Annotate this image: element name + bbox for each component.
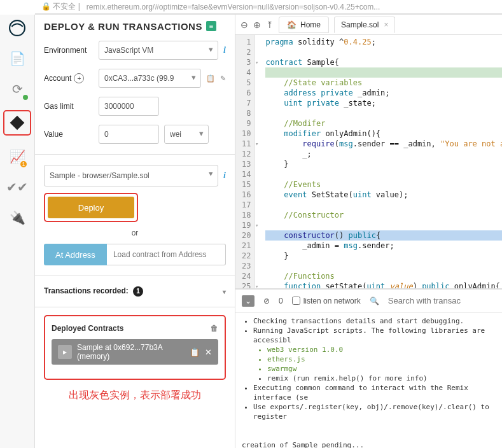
terminal-search-input[interactable]: [388, 296, 496, 305]
or-text: or: [44, 228, 226, 237]
collapse-icon[interactable]: ⌄: [242, 295, 254, 307]
environment-select[interactable]: JavaScript VM: [99, 41, 218, 60]
deploy-panel: DEPLOY & RUN TRANSACTIONS≡ Environment J…: [35, 15, 235, 448]
gas-limit-input[interactable]: [99, 97, 159, 116]
unit-select[interactable]: wei: [164, 125, 209, 144]
at-address-button[interactable]: At Address: [44, 244, 107, 265]
deployed-contract-row: ▸ Sample at 0x692...77b3A (memory) 📋 ✕: [52, 339, 218, 365]
svg-point-0: [10, 20, 25, 36]
transactions-row[interactable]: Transactions recorded: 1 ▾: [44, 286, 226, 297]
value-input[interactable]: [99, 125, 159, 144]
pending-count: 0: [279, 297, 283, 305]
deploy-run-icon[interactable]: [3, 110, 31, 136]
code-editor: ⊖ ⊕ ⤒ 🏠Home Sample.sol× 123▾4567891011▾1…: [235, 15, 502, 289]
icon-sidebar: 📄 ⟳ 📈1 ✔✔ 🔌: [0, 15, 35, 448]
chevron-down-icon[interactable]: ▾: [223, 288, 226, 295]
deploy-button[interactable]: Deploy: [48, 197, 134, 218]
debugger-icon[interactable]: ✔✔: [8, 178, 27, 197]
file-tab[interactable]: Sample.sol×: [334, 17, 395, 33]
trx-count-badge: 1: [133, 286, 143, 297]
value-label: Value: [44, 130, 94, 139]
contract-select[interactable]: Sample - browser/Sample.sol: [44, 165, 218, 186]
deployed-label: Deployed Contracts: [52, 324, 123, 333]
info-icon[interactable]: i: [223, 45, 226, 55]
line-gutter: 123▾4567891011▾1213141516171819▾20212223…: [235, 35, 255, 288]
analysis-icon[interactable]: 📈1: [8, 147, 27, 166]
address-bar: 🔒 不安全 | remix.ethereum.org/#optimize=fal…: [35, 0, 502, 15]
gas-limit-label: Gas limit: [44, 102, 94, 111]
account-select[interactable]: 0xCA3...a733c (99.9: [99, 69, 201, 88]
panel-badge-icon: ≡: [206, 21, 216, 31]
contract-name: Sample at 0x692...77b3A (memory): [77, 343, 185, 361]
environment-label: Environment: [44, 46, 94, 55]
home-tab[interactable]: 🏠Home: [279, 17, 329, 33]
home-icon: 🏠: [287, 20, 296, 29]
upload-icon[interactable]: ⤒: [266, 20, 274, 30]
expand-contract-icon[interactable]: ▸: [58, 345, 72, 359]
copy-icon[interactable]: 📋: [190, 347, 200, 357]
listen-toggle[interactable]: listen on network: [292, 297, 361, 305]
at-address-input[interactable]: [107, 244, 226, 265]
terminal-output[interactable]: Checking transactions details and start …: [235, 312, 502, 448]
plugin-icon[interactable]: 🔌: [8, 208, 27, 227]
close-icon[interactable]: ✕: [205, 347, 212, 357]
trash-icon[interactable]: 🗑: [211, 324, 218, 333]
logo-icon[interactable]: [8, 18, 27, 38]
caption-text: 出现灰色实例，表示部署成功: [44, 389, 226, 402]
compile-icon[interactable]: ⟳: [8, 80, 27, 99]
file-explorer-icon[interactable]: 📄: [8, 49, 27, 68]
zoom-in-icon[interactable]: ⊕: [253, 20, 261, 30]
info-icon[interactable]: i: [223, 171, 226, 181]
copy-icon[interactable]: 📋: [206, 74, 215, 83]
account-label: Account+: [44, 73, 94, 83]
add-account-icon[interactable]: +: [74, 73, 84, 83]
zoom-out-icon[interactable]: ⊖: [241, 20, 248, 30]
close-tab-icon[interactable]: ×: [384, 20, 388, 29]
source-code[interactable]: pragma solidity ^0.4.25;contract Sample{…: [255, 35, 502, 288]
block-icon[interactable]: ⊘: [263, 297, 270, 305]
terminal-panel: ⌄ ⊘ 0 listen on network 🔍 Checking trans…: [235, 289, 502, 448]
edit-icon[interactable]: ✎: [220, 74, 226, 83]
search-icon[interactable]: 🔍: [370, 297, 379, 305]
panel-title: DEPLOY & RUN TRANSACTIONS: [44, 21, 202, 32]
